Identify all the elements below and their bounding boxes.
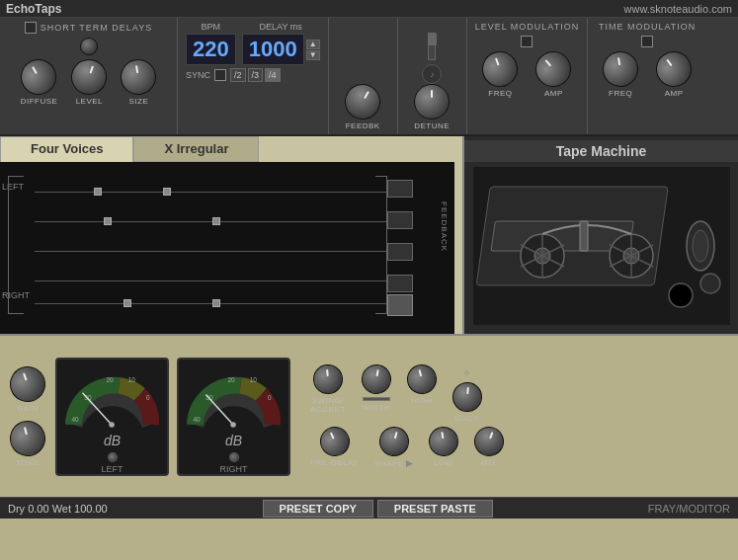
dl-line-4 (35, 280, 410, 281)
div-half-btn[interactable]: /2 (230, 68, 246, 82)
dl-line-5 (35, 303, 410, 304)
tone-knob-wrap: TONE (10, 421, 45, 467)
tab-bar: Four Voices X Irregular (0, 136, 462, 162)
app-url: www.sknoteaudio.com (624, 3, 732, 15)
sync-row: SYNC /2 /3 /4 (186, 68, 320, 82)
svg-text:10: 10 (250, 375, 258, 382)
gain-knob[interactable] (5, 360, 50, 406)
delay-lines: LEFT RIGHT (0, 162, 454, 334)
size-knob-wrap: SIZE (121, 59, 156, 106)
low-knob[interactable] (427, 425, 461, 459)
feedbk-knob-wrap: FEEDBK (345, 84, 380, 130)
time-mod-knobs: FREQ AMP (603, 51, 692, 98)
feedback-box-1 (387, 180, 413, 198)
vu-meter-right: 40 30 20 10 0 dB RIGHT (177, 358, 290, 476)
tm-freq-knob-wrap: FREQ (603, 51, 638, 98)
right-knobs-row2: PRE-DELAY SHAPE ▶ LOW MIX (310, 427, 504, 468)
level-mod-checkbox1[interactable] (521, 36, 533, 47)
mix-knob[interactable] (470, 423, 508, 460)
tm-freq-knob[interactable] (600, 48, 641, 90)
pre-delay-knob-wrap: PRE-DELAY (310, 427, 359, 468)
diffuse-knob[interactable] (15, 52, 63, 101)
delay-display[interactable]: 1000 (242, 34, 304, 65)
duck-knob[interactable] (451, 381, 484, 414)
dl-line-2 (35, 221, 410, 222)
vu-meters: 40 30 20 10 0 dB LEFT (55, 358, 290, 476)
tape-machine-visual (473, 162, 730, 330)
dl-marker-5a[interactable] (123, 299, 131, 307)
feedbk-knob[interactable] (339, 77, 387, 125)
app-title: EchoTaps (6, 2, 61, 16)
dl-marker-2a[interactable] (104, 217, 112, 225)
detune-knob[interactable] (414, 84, 450, 120)
feedback-box-4 (387, 275, 413, 292)
oo-indicator (80, 38, 98, 55)
note-icon: ♪ (422, 64, 442, 84)
vu-right-dot (229, 452, 239, 461)
tab-x-irregular[interactable]: X Irregular (133, 136, 259, 162)
left-panel: Four Voices X Irregular LEFT (0, 136, 464, 334)
div-third-btn[interactable]: /3 (248, 68, 264, 82)
preset-paste-btn[interactable]: PRESET PASTE (377, 500, 493, 518)
short-term-checkbox[interactable] (25, 22, 37, 34)
level-mod-section: LEVEL MODULATION FREQ AMP (467, 18, 589, 134)
svg-text:40: 40 (71, 416, 79, 423)
gain-tone-section: GAIN TONE (10, 366, 45, 467)
delay-up-btn[interactable]: ▲ (306, 40, 320, 49)
sync-label: SYNC (186, 70, 210, 80)
level-knob-wrap: LEVEL (71, 59, 107, 106)
sync-checkbox[interactable] (214, 69, 226, 81)
vu-left-label: dB (104, 433, 121, 448)
level-knob[interactable] (66, 54, 112, 100)
svg-point-24 (109, 422, 115, 428)
svg-rect-13 (580, 221, 588, 251)
swing-accent-knob[interactable] (312, 363, 345, 396)
right-knobs-panel: SWING/ ACCENT WIDTH HIGH ⬦ DUCK (310, 364, 504, 468)
pre-delay-knob[interactable] (315, 422, 355, 461)
duck-knob-wrap: ⬦ DUCK (452, 364, 482, 423)
preset-buttons: PRESET COPY PRESET PASTE (263, 500, 493, 518)
div-fourth-btn[interactable]: /4 (265, 68, 281, 82)
tm-amp-knob[interactable] (649, 44, 698, 94)
svg-text:10: 10 (128, 375, 136, 382)
left-bracket (8, 176, 24, 314)
high-knob[interactable] (404, 361, 441, 398)
top-section: SHORT TERM DELAYS DIFFUSE LEVEL SIZE (0, 18, 738, 136)
svg-point-15 (693, 230, 708, 262)
detune-area: ♪ DETUNE (398, 18, 467, 134)
level-indicator (428, 33, 436, 60)
size-knob[interactable] (119, 56, 160, 98)
dl-marker-2b[interactable] (212, 217, 220, 225)
tm-amp-knob-wrap: AMP (656, 51, 692, 98)
dl-marker-5b[interactable] (212, 299, 220, 307)
status-text: Dry 0.00 Wet 100.00 (8, 503, 108, 515)
lm-freq-knob[interactable] (477, 46, 523, 92)
tape-machine-panel: Tape Machine (464, 136, 738, 334)
dl-line-1 (35, 192, 410, 193)
time-mod-label: TIME MODULATION (599, 22, 696, 32)
detune-knob-wrap: DETUNE (414, 84, 450, 130)
svg-text:20: 20 (228, 375, 236, 382)
tab-four-voices[interactable]: Four Voices (0, 136, 133, 162)
bpm-delay-row: BPM 220 DELAY ms 1000 ▲ ▼ (186, 22, 320, 65)
status-bar: Dry 0.00 Wet 100.00 PRESET COPY PRESET P… (0, 497, 738, 519)
feedback-box-2 (387, 211, 413, 229)
dl-marker-1b[interactable] (163, 188, 171, 196)
svg-text:0: 0 (146, 394, 150, 401)
shape-knob[interactable] (375, 424, 412, 460)
dl-marker-1a[interactable] (94, 188, 102, 196)
bpm-label: BPM (202, 22, 221, 32)
feedbk-area: FEEDBK (329, 18, 398, 134)
lm-amp-knob[interactable] (529, 44, 579, 95)
feedback-label: FEEDBACK (440, 201, 449, 252)
right-knobs-row1: SWING/ ACCENT WIDTH HIGH ⬦ DUCK (310, 364, 504, 423)
svg-text:40: 40 (193, 416, 201, 423)
time-mod-checkbox1[interactable] (641, 36, 653, 47)
delay-down-btn[interactable]: ▼ (306, 50, 320, 60)
preset-copy-btn[interactable]: PRESET COPY (263, 500, 373, 518)
fray-text: FRAY/MODITOR (648, 503, 730, 515)
bpm-delay-section: BPM 220 DELAY ms 1000 ▲ ▼ SYNC (178, 18, 329, 134)
tone-knob[interactable] (6, 416, 49, 459)
width-knob[interactable] (360, 362, 394, 397)
bpm-display[interactable]: 220 (186, 34, 236, 65)
